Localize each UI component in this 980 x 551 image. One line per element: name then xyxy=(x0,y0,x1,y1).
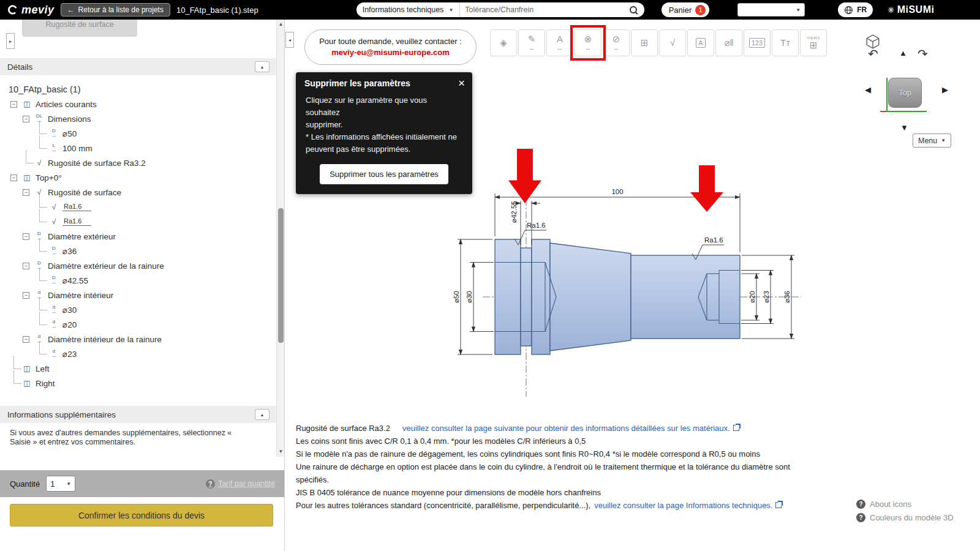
dim-label: ⌀42.55 xyxy=(510,201,518,223)
collapse-toggle-icon[interactable]: − xyxy=(23,116,29,122)
surface-roughness-scrolled-button[interactable]: Rugosité de surface xyxy=(22,20,137,37)
help-links: ?About icons?Couleurs du modèle 3D xyxy=(856,497,954,524)
dimension-number-button[interactable]: 123 xyxy=(744,29,771,56)
collapse-toggle-icon[interactable]: − xyxy=(23,336,29,343)
note-link[interactable]: veuillez consulter la page suivante pour… xyxy=(402,424,730,433)
tree-item-label: Dimensions xyxy=(48,114,91,124)
note-line: spécifiés. xyxy=(296,473,790,486)
rotate-view-right-icon[interactable]: ▶ xyxy=(942,86,948,94)
tree-item[interactable]: D↔⌀36 xyxy=(0,244,276,258)
tree-item[interactable]: ◫Right xyxy=(0,376,276,391)
dim-label: ⌀36 xyxy=(783,291,791,303)
back-to-projects-button[interactable]: ← Retour à la liste de projets xyxy=(61,3,170,17)
rotate-left-icon[interactable]: ↶ xyxy=(868,48,878,60)
note-link[interactable]: veuillez consulter la page Informations … xyxy=(594,501,772,510)
search-category-dropdown[interactable]: Informations techniques ▼ xyxy=(363,2,461,17)
cart-button[interactable]: Panier 1 xyxy=(662,2,710,17)
tree-item-label: Rugosité de surface Ra3.2 xyxy=(48,159,146,168)
popup-title: Supprimer les paramètres xyxy=(304,78,410,88)
collapse-toggle-icon[interactable]: − xyxy=(23,263,29,269)
delete-dimension-button[interactable]: ⊗↔ xyxy=(575,29,601,56)
topbar: meviy ← Retour à la liste de projets 10_… xyxy=(0,0,980,20)
tree-item-label: Rugosité de surface xyxy=(48,188,121,197)
sidebar-scrollbar[interactable]: ▲ ▼ xyxy=(276,20,284,457)
search-bar: Informations techniques ▼ xyxy=(356,2,644,17)
hole-pattern-button[interactable]: ⊞ xyxy=(631,29,658,56)
scroll-down-icon[interactable]: ▼ xyxy=(277,448,285,456)
panel-collapse-handle-main[interactable]: ◂ xyxy=(285,32,294,48)
hide-dimension-button[interactable]: ⊘↔ xyxy=(603,29,630,56)
contact-email[interactable]: meviy-eu@misumi-europe.com xyxy=(305,48,476,57)
help-link[interactable]: ?Couleurs du modèle 3D xyxy=(856,511,954,524)
add-text-dimension-icon: A xyxy=(557,34,563,44)
tree-item[interactable]: L↔100 mm xyxy=(0,141,276,156)
collapse-toggle-icon[interactable]: − xyxy=(10,101,17,108)
tree-item[interactable]: ◫Left xyxy=(0,361,276,376)
collapse-supplementary-button[interactable]: ▲ xyxy=(255,409,270,420)
rotate-down-icon[interactable]: ▼ xyxy=(900,124,908,132)
text-height-icon: Tт xyxy=(780,38,790,48)
globe-icon xyxy=(844,6,853,15)
external-link-icon[interactable] xyxy=(775,502,782,508)
dim-label: ⌀23 xyxy=(763,291,770,303)
note-text: Pour les autres tolérances standard (con… xyxy=(296,501,590,510)
material-select[interactable]: ▼ xyxy=(737,3,805,17)
fit-tolerance-button[interactable]: ⌀‖ xyxy=(715,29,742,56)
sidebar: Rugosité de surface ▸ Détails ▲ 10_FAtp_… xyxy=(0,20,285,551)
part-outline xyxy=(495,239,740,354)
rotate-up-icon[interactable]: ▲ xyxy=(899,49,907,57)
add-text-dimension-button[interactable]: A↔ xyxy=(546,29,573,56)
tree-item[interactable]: D↔⌀42.55 xyxy=(0,273,276,288)
axis-z xyxy=(880,111,886,112)
views-grid-button[interactable]: VIEWS⊞ xyxy=(800,29,827,56)
meviy-logo[interactable]: meviy xyxy=(7,4,55,17)
edit-dimension-button[interactable]: ✎↔ xyxy=(518,29,545,56)
view-menu-button[interactable]: Menu ▼ xyxy=(913,133,951,148)
tree-item[interactable]: √Ra1.6 xyxy=(0,214,276,229)
rotate-view-left-icon[interactable]: ◀ xyxy=(865,86,871,94)
tree-item-label: ⌀20 xyxy=(62,320,77,329)
rotate-right-icon[interactable]: ↷ xyxy=(918,48,928,60)
text-height-button[interactable]: Tт xyxy=(772,29,799,56)
tree-item[interactable]: 10_FAtp_basic (1) xyxy=(0,82,276,97)
scrollbar-thumb[interactable] xyxy=(278,208,284,343)
tree-item[interactable]: d↔⌀20 xyxy=(0,317,276,332)
annotation-button[interactable]: A xyxy=(687,29,714,56)
tree-item[interactable]: d↔⌀23 xyxy=(0,347,276,361)
surface-roughness-button[interactable]: √ xyxy=(659,29,686,56)
technical-drawing[interactable]: 100 ⌀50 ⌀30 ⌀42.55 Ra1.6 Ra1. xyxy=(453,182,821,403)
search-icon[interactable] xyxy=(629,6,638,15)
dimension-line-icon: ↔ xyxy=(529,45,535,51)
chevron-down-icon: ▼ xyxy=(66,481,71,487)
collapse-toggle-icon[interactable]: − xyxy=(23,292,29,299)
help-link[interactable]: ?About icons xyxy=(856,497,954,511)
panel-collapse-handle-left[interactable]: ▸ xyxy=(6,33,15,49)
misumi-brand: ✳ MiSUMi xyxy=(888,4,934,15)
collapse-toggle-icon[interactable]: − xyxy=(10,174,17,181)
collapse-details-button[interactable]: ▲ xyxy=(255,61,270,72)
notes: Rugosité de surface Ra3.2veuillez consul… xyxy=(296,422,790,512)
price-by-quantity-link[interactable]: ? Tarif par quantité xyxy=(206,479,275,489)
view-cube[interactable]: Top xyxy=(888,78,922,108)
tree-item-label: ⌀50 xyxy=(62,129,77,138)
external-link-icon[interactable] xyxy=(733,425,739,431)
details-tree: 10_FAtp_basic (1)−◫Articles courants−DL↔… xyxy=(0,82,276,391)
tree-item[interactable]: −◫Articles courants xyxy=(0,97,276,111)
dia-int-icon: d↔ xyxy=(49,320,59,329)
tree-item[interactable]: −◫Top+0° xyxy=(0,170,276,185)
delete-all-parameters-button[interactable]: Supprimer tous les paramètres xyxy=(320,164,448,184)
scroll-up-icon[interactable]: ▲ xyxy=(277,20,285,29)
confirm-quote-button[interactable]: Confirmer les conditions du devis xyxy=(10,504,273,527)
close-icon[interactable]: × xyxy=(458,78,465,88)
quantity-label: Quantité xyxy=(10,479,40,489)
viewer-area: ◂ Pour toute demande, veuillez contacter… xyxy=(285,20,980,551)
search-input[interactable] xyxy=(465,6,624,14)
quantity-select[interactable]: 1 ▼ xyxy=(46,476,75,492)
tree-item[interactable]: √Rugosité de surface Ra3.2 xyxy=(0,156,276,170)
language-button[interactable]: FR xyxy=(838,2,873,17)
pan-view-button[interactable]: ◈ xyxy=(490,29,517,56)
axis-x xyxy=(886,111,927,112)
drawing-toolbar: ◈✎↔A↔⊗↔⊘↔⊞√A⌀‖123TтVIEWS⊞ xyxy=(490,29,827,56)
collapse-toggle-icon[interactable]: − xyxy=(23,233,29,240)
collapse-toggle-icon[interactable]: − xyxy=(23,189,29,196)
